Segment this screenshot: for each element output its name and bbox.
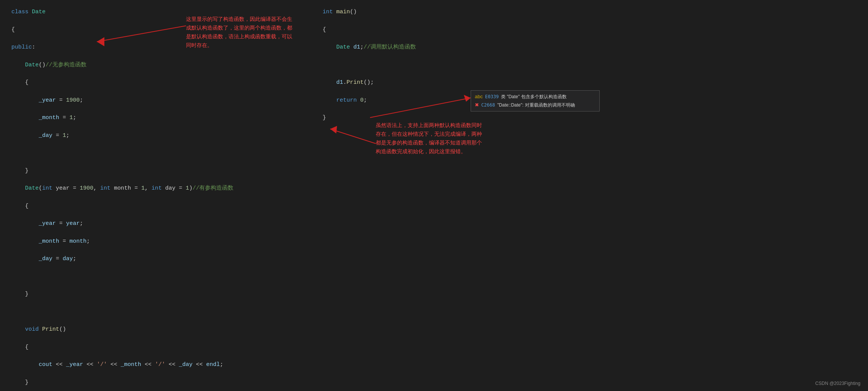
code-line-11: Date(int year = 1900, int month = 1, int…	[11, 184, 311, 193]
right-code-line-7: }	[323, 113, 501, 122]
code-line-7: _month = 1;	[11, 113, 311, 122]
code-line-5: {	[11, 78, 311, 87]
code-line-22: }	[11, 378, 311, 387]
code-line-10: }	[11, 166, 311, 175]
error-tooltip: abc E0339 类 "Date" 包含多个默认构造函数 ✖ C2668 "D…	[471, 90, 600, 111]
code-line-17: }	[11, 290, 311, 298]
watermark: CSDN @2023Fighting	[815, 380, 860, 387]
error-line-2: ✖ C2668 "Date::Date": 对重载函数的调用不明确	[475, 101, 595, 109]
code-line-16	[11, 272, 311, 281]
svg-line-5	[330, 129, 383, 146]
error-code-2: C2668	[481, 102, 495, 109]
warning-icon: abc	[475, 93, 483, 100]
error-code-1: E0339	[485, 93, 499, 100]
left-code-block: class Date { public: Date()//无参构造函数 { _y…	[11, 8, 311, 391]
code-line-15: _day = day;	[11, 254, 311, 263]
annotation-bottom-right: 虽然语法上，支持上面两种默认构造函数同时存在，但在这种情况下，无法完成编译，两种…	[376, 121, 482, 156]
error-message-1: 类 "Date" 包含多个默认构造函数	[501, 93, 567, 100]
code-line-14: _month = month;	[11, 237, 311, 246]
error-icon: ✖	[475, 101, 479, 109]
code-line-13: _year = year;	[11, 219, 311, 228]
code-line-8: _day = 1;	[11, 131, 311, 140]
error-line-1: abc E0339 类 "Date" 包含多个默认构造函数	[475, 93, 595, 100]
right-code-line-4	[323, 61, 501, 69]
code-line-19: void Print()	[11, 325, 311, 334]
right-code-line-3: Date d1;//调用默认构造函数	[323, 43, 501, 52]
right-code-line-1: int main()	[323, 8, 501, 16]
code-line-6: _year = 1900;	[11, 96, 311, 105]
error-message-2: "Date::Date": 对重载函数的调用不明确	[497, 102, 575, 109]
code-line-18	[11, 308, 311, 316]
annotation-top-right: 这里显示的写了构造函数，因此编译器不会生成默认构造函数了，这里的两个构造函数，都…	[186, 15, 296, 50]
right-code-line-2: {	[323, 25, 501, 34]
code-line-20: {	[11, 343, 311, 352]
code-line-4: Date()//无参构造函数	[11, 61, 311, 69]
code-line-9	[11, 149, 311, 157]
left-code-panel: class Date { public: Date()//无参构造函数 { _y…	[0, 0, 311, 391]
code-line-12: {	[11, 202, 311, 210]
code-line-21: cout << _year << '/' << _month << '/' <<…	[11, 360, 311, 369]
main-container: class Date { public: Date()//无参构造函数 { _y…	[0, 0, 868, 391]
right-code-line-5: d1.Print();	[323, 78, 501, 87]
